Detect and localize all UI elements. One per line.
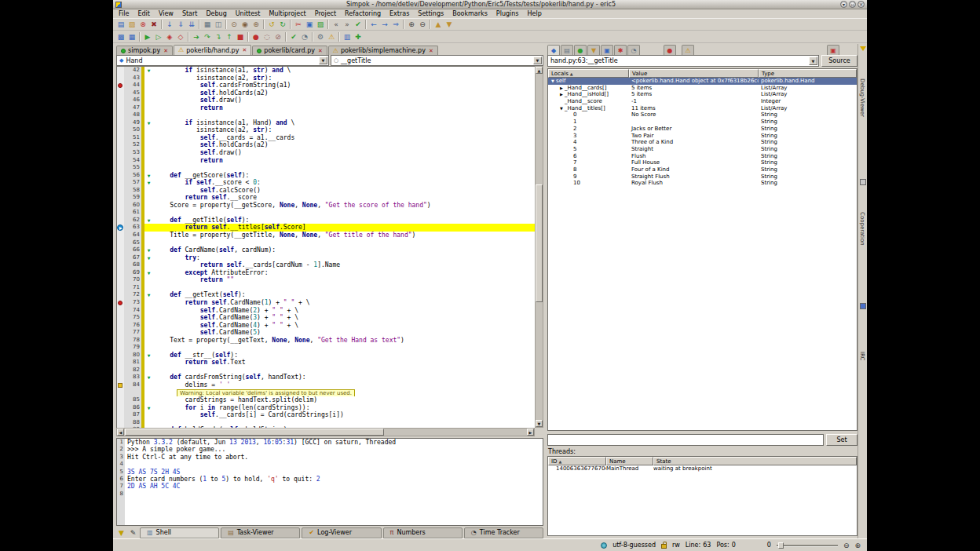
set-button[interactable]: Set bbox=[826, 434, 858, 446]
fold-margin[interactable]: ▼ bbox=[144, 254, 153, 262]
fold-margin[interactable] bbox=[144, 89, 153, 97]
fold-margin[interactable] bbox=[144, 75, 153, 82]
search-icon[interactable]: ◉ bbox=[240, 19, 250, 30]
hscrollbar-thumb[interactable] bbox=[125, 429, 384, 436]
bookmark-next-icon[interactable]: ▼ bbox=[444, 19, 455, 30]
editor-marker-margin[interactable] bbox=[117, 299, 124, 307]
editor-marker-margin[interactable] bbox=[117, 389, 124, 397]
debug-panel-tab[interactable]: ◔ bbox=[627, 45, 640, 55]
editor-marker-margin[interactable] bbox=[117, 396, 124, 404]
variable-row[interactable]: 2Jacks or BetterString bbox=[548, 126, 857, 133]
close-button[interactable]: ✕ bbox=[858, 1, 865, 8]
save-project-icon[interactable]: ▦ bbox=[126, 31, 137, 42]
fold-margin[interactable] bbox=[144, 194, 153, 202]
column-header-state[interactable]: State bbox=[653, 457, 857, 465]
debug-panel-tab[interactable]: ● bbox=[664, 45, 676, 55]
bottom-tab-task-viewer[interactable]: ▤Task-Viewer bbox=[221, 527, 300, 538]
menu-item-debug[interactable]: Debug bbox=[206, 10, 226, 17]
stack-frame-combo[interactable]: hand.py:63:__getTitle bbox=[547, 55, 819, 67]
fold-margin[interactable] bbox=[144, 82, 153, 89]
fold-margin[interactable] bbox=[144, 104, 153, 112]
menu-item-edit[interactable]: Edit bbox=[137, 10, 150, 17]
menu-item-help[interactable]: Help bbox=[528, 10, 542, 17]
shell-panel[interactable]: 1Python 3.3.2 (default, Jun 13 2013, 16:… bbox=[116, 438, 543, 526]
fold-margin[interactable] bbox=[144, 111, 153, 119]
stop-debug-icon[interactable]: ■ bbox=[235, 31, 246, 42]
editor-marker-margin[interactable] bbox=[117, 404, 124, 412]
editor-marker-margin[interactable] bbox=[117, 179, 124, 187]
debug-panel-tab[interactable]: ▣ bbox=[601, 45, 613, 55]
column-header-value[interactable]: Value bbox=[629, 69, 759, 78]
fold-margin[interactable] bbox=[144, 126, 153, 134]
editor-marker-margin[interactable] bbox=[117, 126, 124, 134]
editor-marker-margin[interactable] bbox=[117, 172, 124, 180]
close-tab-icon[interactable]: ✕ bbox=[242, 47, 247, 53]
fold-margin[interactable]: ▼ bbox=[144, 352, 153, 359]
bottom-tab-numbers[interactable]: πNumbers bbox=[383, 527, 463, 538]
fold-margin[interactable] bbox=[144, 396, 153, 404]
fold-margin[interactable]: ▼ bbox=[144, 246, 153, 254]
fold-margin[interactable] bbox=[144, 359, 153, 367]
editor-marker-margin[interactable] bbox=[117, 239, 124, 247]
close-tab-icon[interactable]: ✕ bbox=[429, 48, 433, 54]
close-all-icon[interactable]: ✖ bbox=[148, 19, 159, 30]
next-breakpoint-icon[interactable]: ◌ bbox=[261, 31, 272, 42]
run-project-icon[interactable]: ▷ bbox=[153, 31, 164, 42]
fold-margin[interactable] bbox=[144, 276, 153, 284]
shade-button[interactable]: ▾ bbox=[840, 1, 847, 8]
editor-marker-margin[interactable] bbox=[117, 359, 124, 367]
variable-row[interactable]: ▼self<pokerlib.hand.Hand object at 0x7f6… bbox=[548, 78, 857, 85]
new-icon[interactable]: ▤ bbox=[115, 19, 126, 30]
search-next-icon[interactable]: → bbox=[379, 19, 390, 30]
fold-margin[interactable] bbox=[144, 141, 153, 149]
fold-margin[interactable] bbox=[144, 97, 153, 104]
editor-marker-margin[interactable] bbox=[117, 119, 124, 127]
undo-icon[interactable]: ↺ bbox=[266, 19, 277, 30]
fold-margin[interactable] bbox=[144, 337, 153, 345]
run-script-icon[interactable]: ▶ bbox=[142, 31, 153, 42]
side-panel-icon[interactable] bbox=[860, 303, 866, 309]
zoom-slider[interactable] bbox=[777, 542, 838, 549]
fold-margin[interactable]: ▼ bbox=[144, 374, 153, 381]
edit-icon[interactable]: ✎ bbox=[128, 527, 138, 538]
file-tab[interactable]: ⚠pokerlib/simplemachine.py✕ bbox=[328, 46, 438, 55]
unittest-icon[interactable]: ✔ bbox=[288, 31, 299, 42]
filter-icon[interactable]: ▼ bbox=[116, 527, 126, 538]
zoom-out-icon[interactable]: ⊖ bbox=[843, 542, 850, 549]
editor-marker-margin[interactable] bbox=[117, 232, 124, 239]
expand-icon[interactable]: ▶ bbox=[558, 91, 565, 98]
fold-margin[interactable] bbox=[144, 329, 153, 337]
zoom-in-icon[interactable]: ⊕ bbox=[406, 19, 417, 30]
debug-panel-tab[interactable]: ● bbox=[574, 45, 587, 55]
file-tab[interactable]: simpok.py✕ bbox=[116, 46, 173, 55]
variable-row[interactable]: 6FlushString bbox=[548, 153, 857, 160]
save-as-icon[interactable]: ⇓ bbox=[175, 19, 186, 30]
fold-margin[interactable] bbox=[144, 411, 153, 419]
filter-icon[interactable] bbox=[860, 46, 866, 51]
menu-item-start[interactable]: Start bbox=[182, 10, 198, 17]
editor-marker-margin[interactable] bbox=[117, 111, 124, 119]
menu-item-unittest[interactable]: Unittest bbox=[236, 10, 261, 17]
clear-breakpoints-icon[interactable]: ⊘ bbox=[272, 31, 283, 42]
fold-margin[interactable] bbox=[144, 381, 153, 389]
editor-marker-margin[interactable] bbox=[117, 194, 124, 202]
debug-panel-tab[interactable]: ▣ bbox=[827, 45, 839, 55]
search-prev-icon[interactable]: ← bbox=[368, 19, 379, 30]
variable-row[interactable]: 7Full HouseString bbox=[548, 159, 857, 166]
editor-marker-margin[interactable] bbox=[117, 419, 124, 427]
fold-margin[interactable] bbox=[144, 389, 153, 397]
fold-margin[interactable]: ▼ bbox=[144, 404, 153, 412]
bookmark-prev-icon[interactable]: ▲ bbox=[433, 19, 444, 30]
step-into-icon[interactable]: ↴ bbox=[213, 31, 224, 42]
bottom-tab-log-viewer[interactable]: ✔Log-Viewer bbox=[302, 527, 381, 538]
collapse-icon[interactable]: ▼ bbox=[558, 105, 565, 112]
project-sources-icon[interactable]: ▥ bbox=[342, 31, 353, 42]
chevron-down-icon[interactable] bbox=[809, 57, 817, 65]
syntax-check-icon[interactable]: ⚠ bbox=[326, 31, 337, 42]
code-editor[interactable]: 42▼ if isinstance(a1, str) and \43 isins… bbox=[116, 66, 535, 428]
menu-item-extras[interactable]: Extras bbox=[389, 10, 409, 17]
variable-row[interactable]: _Hand__score-1Integer bbox=[548, 98, 857, 105]
variable-row[interactable]: 9Straight FlushString bbox=[548, 173, 857, 181]
fold-margin[interactable] bbox=[144, 314, 153, 322]
editor-marker-margin[interactable] bbox=[117, 187, 124, 195]
